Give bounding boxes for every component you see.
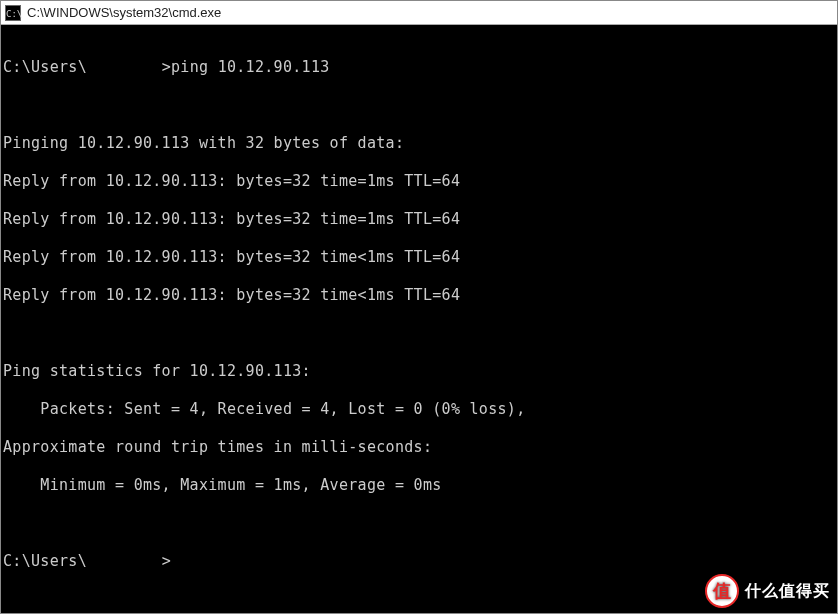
watermark-badge: 值 (705, 574, 739, 608)
stats-header: Ping statistics for 10.12.90.113: (3, 362, 835, 381)
rtt-values: Minimum = 0ms, Maximum = 1ms, Average = … (3, 476, 835, 495)
redacted-username (87, 58, 162, 77)
console-output[interactable]: C:\Users\ >ping 10.12.90.113 Pinging 10.… (1, 25, 837, 613)
redacted-username (87, 552, 162, 571)
watermark: 值 什么值得买 (705, 574, 830, 608)
command-1: >ping 10.12.90.113 (162, 58, 330, 76)
cmd-window: C:\ C:\WINDOWS\system32\cmd.exe C:\Users… (0, 0, 838, 614)
ping-header-1: Pinging 10.12.90.113 with 32 bytes of da… (3, 134, 835, 153)
ping-reply: Reply from 10.12.90.113: bytes=32 time=1… (3, 172, 835, 191)
prompt: C:\Users\ (3, 58, 87, 76)
watermark-text: 什么值得买 (745, 581, 830, 602)
stats-packets: Packets: Sent = 4, Received = 4, Lost = … (3, 400, 835, 419)
prompt: C:\Users\ (3, 552, 87, 570)
window-title: C:\WINDOWS\system32\cmd.exe (27, 5, 221, 20)
rtt-header: Approximate round trip times in milli-se… (3, 438, 835, 457)
prompt-end: > (162, 552, 171, 570)
ping-reply: Reply from 10.12.90.113: bytes=32 time=1… (3, 210, 835, 229)
cmd-icon: C:\ (5, 5, 21, 21)
ping-reply: Reply from 10.12.90.113: bytes=32 time<1… (3, 286, 835, 305)
title-bar[interactable]: C:\ C:\WINDOWS\system32\cmd.exe (1, 1, 837, 25)
ping-reply: Reply from 10.12.90.113: bytes=32 time<1… (3, 248, 835, 267)
